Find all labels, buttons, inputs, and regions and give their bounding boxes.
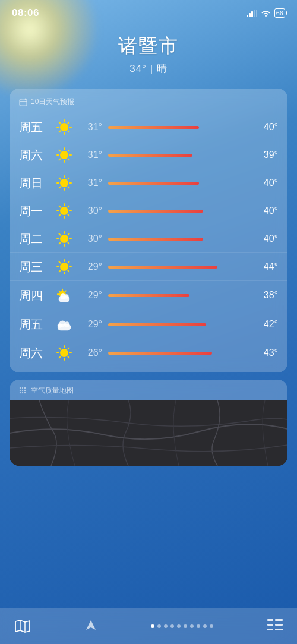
city-name: 诸暨市: [0, 33, 297, 59]
svg-point-46: [60, 235, 68, 243]
temp-bar: [108, 323, 206, 326]
forecast-day: 周二: [19, 231, 53, 247]
svg-point-89: [22, 389, 23, 390]
temp-bar: [108, 154, 192, 157]
svg-rect-1: [249, 13, 251, 17]
svg-line-67: [59, 291, 60, 292]
signal-icon: [247, 10, 257, 17]
svg-point-86: [22, 387, 23, 388]
svg-line-34: [68, 187, 69, 188]
city-header: 诸暨市 34° | 晴: [0, 21, 297, 83]
svg-line-52: [68, 242, 69, 244]
temp-bar-wrap: [108, 238, 248, 241]
forecast-rows: 周五 31° 40° 周六 31° 39° 周日: [10, 113, 287, 367]
dot-3: [164, 624, 168, 628]
forecast-row: 周四 29° 38°: [10, 281, 287, 310]
weather-icon: [53, 203, 75, 219]
svg-point-37: [60, 207, 68, 215]
separator: |: [150, 63, 157, 74]
temp-high: 38°: [254, 290, 278, 301]
svg-line-84: [59, 356, 61, 358]
location-button[interactable]: [85, 619, 97, 633]
svg-line-17: [68, 122, 69, 124]
forecast-day: 周五: [19, 119, 53, 135]
svg-line-24: [59, 150, 61, 151]
svg-rect-6: [20, 99, 27, 106]
temp-bar-wrap: [108, 266, 248, 269]
temp-bar: [108, 294, 189, 297]
forecast-row: 周一 30° 40°: [10, 197, 287, 225]
svg-point-19: [60, 151, 68, 159]
weather-icon: [53, 231, 75, 247]
temp-bar: [108, 210, 203, 213]
weather-icon: [53, 175, 75, 191]
dots-icon: [19, 387, 27, 395]
status-icons: 66: [247, 8, 285, 18]
temp-bar-wrap: [108, 210, 248, 213]
svg-rect-2: [251, 11, 253, 17]
temp-bar: [108, 238, 203, 241]
svg-line-43: [68, 214, 69, 216]
calendar-icon: [19, 98, 27, 106]
svg-rect-0: [247, 15, 248, 17]
dot-4: [170, 624, 174, 628]
svg-rect-8: [25, 98, 26, 100]
air-quality-card: 空气质量地图: [10, 380, 287, 466]
svg-point-87: [24, 387, 26, 388]
svg-line-53: [68, 234, 69, 235]
svg-point-5: [265, 15, 266, 16]
forecast-day: 周三: [19, 259, 53, 275]
bottom-bar: [0, 608, 297, 644]
svg-line-18: [59, 131, 61, 132]
svg-line-36: [59, 187, 61, 188]
svg-rect-3: [254, 10, 255, 17]
forecast-card-header: 10日天气预报: [10, 94, 287, 112]
svg-line-27: [59, 159, 61, 160]
svg-rect-102: [275, 629, 283, 630]
list-button[interactable]: [267, 618, 283, 634]
forecast-row: 周二 30° 40°: [10, 225, 287, 253]
svg-line-15: [59, 122, 61, 124]
forecast-row: 周三 29° 44°: [10, 253, 287, 281]
svg-rect-94: [10, 400, 287, 466]
svg-line-25: [68, 159, 69, 160]
city-temp-condition: 34° | 晴: [0, 62, 297, 75]
weather-icon: [53, 258, 75, 275]
dot-6: [184, 624, 187, 628]
temp-high: 40°: [254, 122, 278, 132]
weather-icon: [53, 345, 75, 361]
dot-10: [210, 624, 213, 628]
temp-bar: [108, 182, 199, 185]
temp-bar-wrap: [108, 352, 248, 355]
temp-low: 30°: [75, 233, 102, 244]
weather-icon: [53, 286, 75, 304]
dot-9: [203, 624, 207, 628]
status-bar: 08:06 66: [0, 0, 297, 21]
svg-line-42: [59, 206, 61, 207]
forecast-row: 周五 31° 40°: [10, 113, 287, 141]
svg-point-71: [64, 294, 69, 299]
temp-bar-wrap: [108, 323, 248, 326]
svg-line-63: [59, 270, 61, 272]
svg-line-54: [59, 242, 61, 244]
svg-rect-7: [21, 98, 21, 100]
temp-low: 31°: [75, 122, 102, 132]
temp-high: 42°: [254, 319, 278, 330]
air-quality-header: 空气质量地图: [10, 380, 287, 400]
wifi-icon: [261, 10, 271, 17]
map-button[interactable]: [14, 619, 31, 633]
forecast-day: 周四: [19, 288, 53, 304]
svg-line-61: [68, 270, 69, 272]
forecast-day: 周六: [19, 345, 53, 361]
list-icon: [267, 618, 283, 632]
svg-line-45: [59, 214, 61, 216]
temp-low: 26°: [75, 348, 102, 358]
svg-rect-101: [267, 629, 273, 630]
temp-bar-wrap: [108, 154, 248, 157]
temp-high: 40°: [254, 178, 278, 188]
map-icon: [14, 619, 31, 633]
temp-bar: [108, 266, 217, 269]
forecast-row: 周日 31° 40°: [10, 169, 287, 197]
temp-low: 29°: [75, 290, 102, 301]
svg-line-16: [68, 131, 69, 132]
